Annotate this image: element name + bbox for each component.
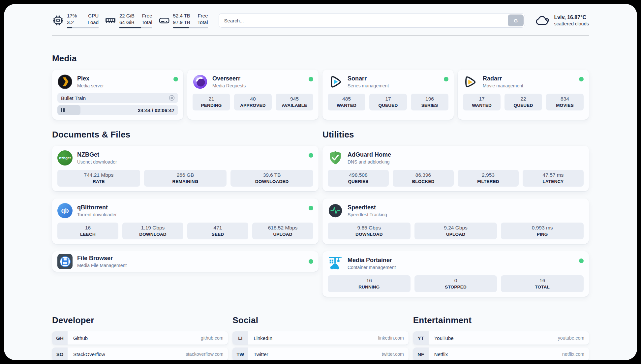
disk-progress-fill [173, 27, 189, 28]
stat-label: SERIES [412, 103, 447, 108]
stat-label: FILTERED [459, 179, 517, 184]
stats-row: 16 LEECH 1.19 Gbps DOWNLOAD 471 SEED [57, 223, 313, 239]
stat-value: 471 [189, 225, 247, 231]
stop-icon[interactable] [168, 95, 175, 101]
dashboard-page: 17% CPU 3.2 Load [4, 4, 637, 360]
app-title: Speedtest [348, 204, 387, 211]
app-card-qbittorrent[interactable]: qb qBittorrent Torrent downloader 16 LEE… [52, 198, 319, 244]
stat-value: 618.52 Mbps [254, 225, 312, 231]
bookmark-twitter[interactable]: TW Twitter twitter.com [232, 348, 408, 360]
app-card-plex[interactable]: Plex Media server Bullet Train [52, 70, 183, 120]
stats-row: 498,508 QUERIES 86,396 BLOCKED 2,953 FIL… [328, 170, 584, 187]
app-card-adguard[interactable]: AdGuard Home DNS and adblocking 498,508 … [322, 146, 589, 191]
playback-progress-fill [57, 105, 80, 115]
stat-label: PENDING [194, 103, 229, 108]
bookmark-url: twitter.com [382, 351, 409, 357]
section-title-developer: Developer [52, 315, 228, 325]
stat-value: 9.24 Gbps [416, 225, 496, 231]
app-title: File Browser [77, 255, 127, 262]
bookmark-youtube[interactable]: YT YouTube youtube.com [413, 331, 589, 345]
app-title: NZBGet [77, 151, 117, 158]
bookmark-url: stackoverflow.com [186, 351, 228, 357]
status-dot [579, 258, 584, 263]
adguard-icon [328, 150, 343, 166]
bookmark-abbr: NF [413, 348, 429, 360]
system-monitors: 17% CPU 3.2 Load [52, 13, 208, 28]
stat-value: 16 [329, 278, 409, 284]
ram-icon [105, 15, 116, 26]
search-input[interactable] [219, 13, 525, 28]
app-title: Radarr [483, 75, 523, 82]
stat-value: 47.57 ms [524, 172, 582, 178]
stats-row: 17 WANTED 22 QUEUED 834 MOVIES [463, 94, 584, 110]
bookmark-abbr: YT [413, 331, 429, 345]
bookmark-netflix[interactable]: NF Netflix netflix.com [413, 348, 589, 360]
bookmark-github[interactable]: GH Github github.com [52, 331, 228, 345]
app-card-portainer[interactable]: Media Portainer Container management 16 … [322, 251, 589, 297]
app-card-sonarr[interactable]: Sonarr Series management 485 WANTED 17 Q… [322, 70, 454, 120]
bookmark-linkedin[interactable]: LI LinkedIn linkedin.com [232, 331, 408, 345]
bookmark-url: netflix.com [562, 351, 589, 357]
stat-label: MOVIES [547, 103, 582, 108]
app-title: qBittorrent [77, 204, 117, 211]
documents-column: Documents & Files nzbget NZBGet Usenet d… [52, 130, 319, 272]
bookmark-name: Twitter [254, 351, 268, 357]
app-title: Plex [77, 75, 104, 82]
bookmark-name: Netflix [434, 351, 448, 357]
pause-icon[interactable] [61, 108, 65, 112]
app-subtitle: Speedtest Tracking [348, 212, 387, 217]
bookmark-name: StackOverflow [73, 351, 105, 357]
playback-progress-bar[interactable]: 24:44 / 02:06:47 [57, 105, 178, 115]
app-card-radarr[interactable]: Radarr Movie management 17 WANTED 22 QUE… [458, 70, 589, 120]
header-divider [52, 36, 589, 36]
status-dot [444, 77, 448, 81]
stat-tile: 40 APPROVED [234, 94, 272, 110]
now-playing-row: Bullet Train [57, 93, 178, 103]
section-title-utilities: Utilities [322, 130, 589, 140]
app-card-overseerr[interactable]: Overseerr Media Requests 21 PENDING 40 A… [187, 70, 319, 120]
stat-value: 498,508 [329, 172, 387, 178]
stats-row: 9.65 Gbps DOWNLOAD 9.24 Gbps UPLOAD 0.99… [328, 223, 584, 239]
bookmark-url: youtube.com [558, 335, 589, 341]
top-bar: 17% CPU 3.2 Load [52, 13, 589, 28]
bookmark-name: YouTube [434, 335, 454, 341]
stat-label: TOTAL [502, 285, 582, 289]
stat-label: DOWNLOADED [232, 179, 312, 184]
stat-label: UPLOAD [254, 232, 312, 237]
weather-widget: Lviv, 16.87°C scattered clouds [535, 13, 589, 28]
bookmarks-developer: Developer GH Github github.com SO StackO… [52, 315, 228, 360]
stat-tile: 2,953 FILTERED [458, 170, 519, 187]
stat-value: 2,953 [459, 172, 517, 178]
qbittorrent-icon: qb [57, 203, 73, 218]
stat-label: WANTED [464, 103, 499, 108]
stat-value: 17 [371, 96, 406, 102]
stat-label: APPROVED [235, 103, 270, 108]
app-card-filebrowser[interactable]: File Browser Media File Management [52, 251, 319, 272]
section-title-entertainment: Entertainment [413, 315, 589, 325]
bookmark-url: linkedin.com [378, 335, 409, 341]
bookmark-abbr: SO [52, 348, 68, 360]
stat-value: 22 [506, 96, 541, 102]
stat-label: LEECH [59, 232, 117, 237]
ram-monitor: 22 GiB Free 64 GiB Total [105, 13, 152, 28]
stat-tile: 16 RUNNING [328, 275, 411, 292]
disk-free-value: 52.4 TB [173, 13, 190, 19]
stat-value: 39.6 TB [232, 172, 312, 178]
app-card-nzbget[interactable]: nzbget NZBGet Usenet downloader 744.21 M… [52, 146, 319, 191]
playback-time: 24:44 / 02:06:47 [138, 107, 178, 113]
stat-value: 1.19 Gbps [124, 225, 182, 231]
app-subtitle: Series management [348, 83, 389, 88]
portainer-icon [328, 256, 343, 271]
bookmark-url: github.com [201, 335, 228, 341]
disk-total-value: 97.9 TB [173, 19, 190, 26]
stat-value: 0 [416, 278, 496, 284]
stat-label: LATENCY [524, 179, 582, 184]
ram-progress-fill [119, 27, 141, 28]
app-title: Overseerr [212, 75, 246, 82]
section-title-social: Social [232, 315, 408, 325]
bookmark-stackoverflow[interactable]: SO StackOverflow stackoverflow.com [52, 348, 228, 360]
search-engine-button[interactable]: G [508, 15, 524, 26]
app-card-speedtest[interactable]: Speedtest Speedtest Tracking 9.65 Gbps D… [322, 198, 589, 244]
stat-label: QUERIES [329, 179, 387, 184]
sonarr-icon [328, 74, 343, 89]
